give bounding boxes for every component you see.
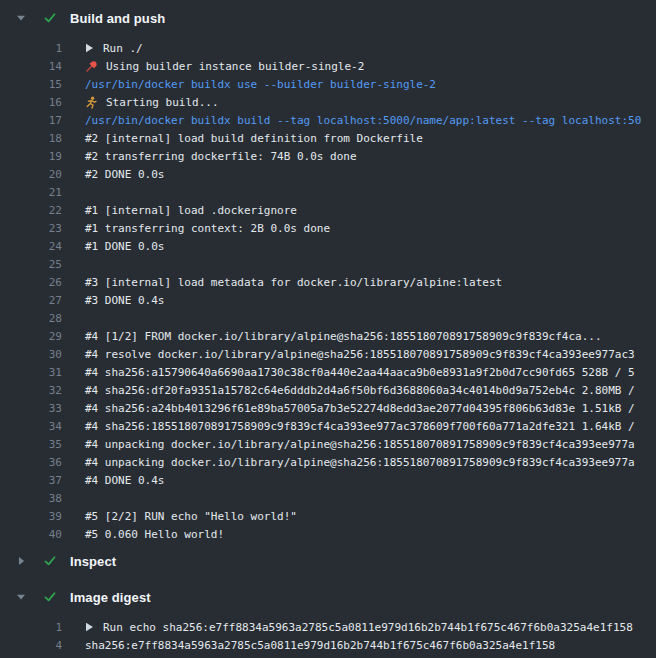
line-text: #4 sha256:185518070891758909c9f839cf4ca3…: [85, 420, 635, 433]
line-content: #1 [internal] load .dockerignore: [85, 204, 297, 217]
line-number[interactable]: 20: [0, 168, 62, 181]
log-line: 18#2 [internal] load build definition fr…: [0, 129, 656, 147]
line-number[interactable]: 18: [0, 132, 62, 145]
line-number[interactable]: 34: [0, 420, 62, 433]
line-number[interactable]: 39: [0, 510, 62, 523]
line-number[interactable]: 16: [0, 96, 62, 109]
line-number[interactable]: 22: [0, 204, 62, 217]
line-content: Starting build...: [85, 96, 219, 109]
line-text: #4 DONE 0.4s: [85, 474, 164, 487]
line-content: sha256:e7ff8834a5963a2785c5a0811e979d16b…: [85, 639, 555, 652]
chevron-down-icon: [16, 13, 26, 23]
log-line: 35#4 unpacking docker.io/library/alpine@…: [0, 435, 656, 453]
log-line: 32#4 sha256:df20fa9351a15782c64e6dddb2d4…: [0, 381, 656, 399]
log-line: 16Starting build...: [0, 93, 656, 111]
line-number[interactable]: 33: [0, 402, 62, 415]
log-line: 38: [0, 489, 656, 507]
log-line: 15/usr/bin/docker buildx use --builder b…: [0, 75, 656, 93]
line-number[interactable]: 1: [0, 621, 62, 634]
line-content: #4 unpacking docker.io/library/alpine@sh…: [85, 438, 635, 451]
line-number[interactable]: 38: [0, 492, 62, 505]
log-line: 19#2 transferring dockerfile: 74B 0.0s d…: [0, 147, 656, 165]
line-text: #4 sha256:df20fa9351a15782c64e6dddb2d4a6…: [85, 384, 635, 397]
log-line: 27#3 DONE 0.4s: [0, 291, 656, 309]
line-text: /usr/bin/docker buildx use --builder bui…: [85, 78, 436, 91]
log-line: 4sha256:e7ff8834a5963a2785c5a0811e979d16…: [0, 636, 656, 654]
line-number[interactable]: 4: [0, 639, 62, 652]
line-content: /usr/bin/docker buildx use --builder bui…: [85, 78, 436, 91]
line-number[interactable]: 23: [0, 222, 62, 235]
log-line: 40#5 0.060 Hello world!: [0, 525, 656, 543]
line-text: #4 unpacking docker.io/library/alpine@sh…: [85, 456, 635, 469]
line-content: Run ./: [85, 42, 143, 55]
pushpin-icon: [85, 60, 98, 73]
line-number[interactable]: 37: [0, 474, 62, 487]
log-line: 39#5 [2/2] RUN echo "Hello world!": [0, 507, 656, 525]
success-check-icon: [43, 12, 57, 24]
line-text: Using builder instance builder-single-2: [106, 60, 364, 73]
line-content: #3 DONE 0.4s: [85, 294, 164, 307]
line-number[interactable]: 26: [0, 276, 62, 289]
line-number[interactable]: 32: [0, 384, 62, 397]
log-lines-image-digest: 1Run echo sha256:e7ff8834a5963a2785c5a08…: [0, 615, 656, 654]
log-line: 21: [0, 183, 656, 201]
line-text: #4 resolve docker.io/library/alpine@sha2…: [85, 348, 635, 361]
line-number[interactable]: 35: [0, 438, 62, 451]
log-line: 1Run ./: [0, 39, 656, 57]
line-number[interactable]: 29: [0, 330, 62, 343]
section-header-image-digest[interactable]: Image digest: [0, 579, 656, 615]
line-number[interactable]: 15: [0, 78, 62, 91]
line-text: sha256:e7ff8834a5963a2785c5a0811e979d16b…: [85, 639, 555, 652]
log-line: 23#1 transferring context: 2B 0.0s done: [0, 219, 656, 237]
line-number[interactable]: 27: [0, 294, 62, 307]
line-number[interactable]: 31: [0, 366, 62, 379]
log-line: 14Using builder instance builder-single-…: [0, 57, 656, 75]
line-number[interactable]: 21: [0, 186, 62, 199]
line-number[interactable]: 14: [0, 60, 62, 73]
line-content: #4 sha256:185518070891758909c9f839cf4ca3…: [85, 420, 635, 433]
runner-icon: [85, 96, 98, 109]
success-check-icon: [43, 555, 57, 567]
line-content: #2 [internal] load build definition from…: [85, 132, 423, 145]
line-number[interactable]: 40: [0, 528, 62, 541]
line-text: #2 DONE 0.0s: [85, 168, 164, 181]
chevron-right-icon: [16, 556, 26, 566]
section-title: Inspect: [70, 554, 116, 569]
line-text: #3 [internal] load metadata for docker.i…: [85, 276, 502, 289]
line-text: #5 0.060 Hello world!: [85, 528, 224, 541]
line-number[interactable]: 30: [0, 348, 62, 361]
line-text: #1 transferring context: 2B 0.0s done: [85, 222, 330, 235]
line-number[interactable]: 25: [0, 258, 62, 271]
log-line: 28: [0, 309, 656, 327]
line-number[interactable]: 1: [0, 42, 62, 55]
section-header-inspect[interactable]: Inspect: [0, 543, 656, 579]
log-line: 1Run echo sha256:e7ff8834a5963a2785c5a08…: [0, 618, 656, 636]
line-text: #4 sha256:a24bb4013296f61e89ba57005a7b3e…: [85, 402, 635, 415]
log-line: 33#4 sha256:a24bb4013296f61e89ba57005a7b…: [0, 399, 656, 417]
line-content: #4 sha256:a15790640a6690aa1730c38cf0a440…: [85, 366, 635, 379]
line-content: #1 transferring context: 2B 0.0s done: [85, 222, 330, 235]
line-number[interactable]: 19: [0, 150, 62, 163]
log-line: 31#4 sha256:a15790640a6690aa1730c38cf0a4…: [0, 363, 656, 381]
log-line: 30#4 resolve docker.io/library/alpine@sh…: [0, 345, 656, 363]
log-line: 25: [0, 255, 656, 273]
log-line: 17/usr/bin/docker buildx build --tag loc…: [0, 111, 656, 129]
line-number[interactable]: 28: [0, 312, 62, 325]
line-content: #4 sha256:df20fa9351a15782c64e6dddb2d4a6…: [85, 384, 635, 397]
success-check-icon: [43, 591, 57, 603]
line-text: /usr/bin/docker buildx build --tag local…: [85, 114, 641, 127]
line-text: #1 [internal] load .dockerignore: [85, 204, 297, 217]
line-content: #5 0.060 Hello world!: [85, 528, 224, 541]
line-content: #3 [internal] load metadata for docker.i…: [85, 276, 502, 289]
line-number[interactable]: 24: [0, 240, 62, 253]
section-header-build-and-push[interactable]: Build and push: [0, 0, 656, 36]
section-title: Build and push: [70, 11, 165, 26]
run-expand-icon[interactable]: [85, 622, 94, 632]
line-content: #4 [1/2] FROM docker.io/library/alpine@s…: [85, 330, 602, 343]
run-expand-icon[interactable]: [85, 43, 94, 53]
line-number[interactable]: 36: [0, 456, 62, 469]
line-content: #4 DONE 0.4s: [85, 474, 164, 487]
section-title: Image digest: [70, 590, 151, 605]
line-number[interactable]: 17: [0, 114, 62, 127]
log-line: 24#1 DONE 0.0s: [0, 237, 656, 255]
